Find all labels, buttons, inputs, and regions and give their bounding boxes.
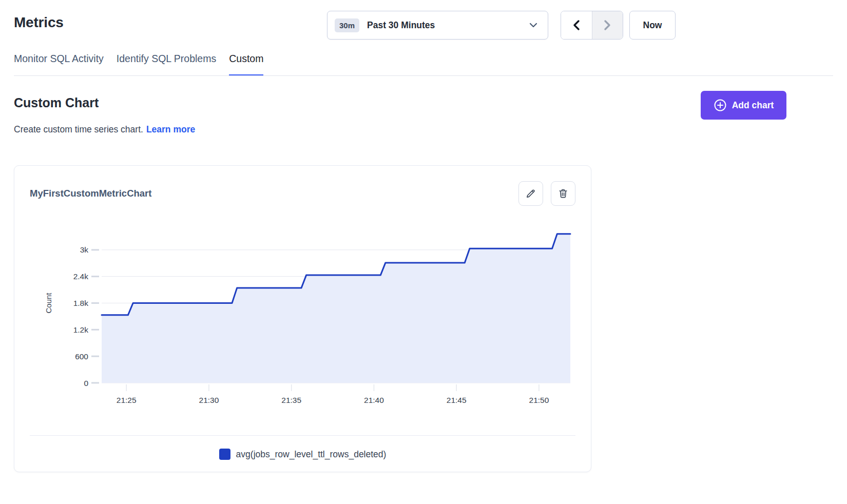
svg-text:21:45: 21:45 bbox=[447, 396, 467, 404]
time-nav-group bbox=[561, 11, 623, 40]
svg-text:600: 600 bbox=[75, 352, 88, 361]
section-description-text: Create custom time series chart. bbox=[14, 124, 143, 134]
chart-card-actions bbox=[518, 181, 575, 206]
section-heading: Custom Chart bbox=[14, 95, 99, 110]
section-description: Create custom time series chart.Learn mo… bbox=[14, 124, 195, 135]
chart-card-header: MyFirstCustomMetricChart bbox=[14, 166, 591, 206]
chevron-left-icon bbox=[572, 20, 581, 31]
svg-text:21:30: 21:30 bbox=[199, 396, 219, 404]
now-button[interactable]: Now bbox=[629, 11, 676, 40]
learn-more-link[interactable]: Learn more bbox=[146, 124, 195, 134]
custom-chart-plot: 06001.2k1.8k2.4k3k21:2521:3021:3521:4021… bbox=[30, 210, 576, 408]
next-range-button[interactable] bbox=[592, 11, 623, 39]
chevron-down-icon bbox=[529, 23, 537, 28]
chart-legend[interactable]: avg(jobs_row_level_ttl_rows_deleted) bbox=[14, 449, 591, 460]
time-range-badge: 30m bbox=[335, 18, 359, 32]
y-axis-title: Count bbox=[44, 293, 53, 314]
add-chart-button[interactable]: Add chart bbox=[701, 91, 786, 120]
page-title: Metrics bbox=[14, 14, 64, 31]
tabs-divider bbox=[14, 75, 833, 76]
legend-divider bbox=[30, 435, 575, 436]
svg-text:1.8k: 1.8k bbox=[73, 299, 89, 307]
edit-chart-button[interactable] bbox=[518, 181, 543, 206]
svg-text:21:50: 21:50 bbox=[529, 396, 549, 404]
tab-monitor-sql-activity[interactable]: Monitor SQL Activity bbox=[14, 53, 104, 76]
chart-title: MyFirstCustomMetricChart bbox=[30, 188, 151, 199]
time-range-dropdown[interactable]: 30m Past 30 Minutes bbox=[327, 11, 548, 40]
metrics-tabs: Monitor SQL Activity Identify SQL Proble… bbox=[14, 53, 263, 76]
legend-series-label: avg(jobs_row_level_ttl_rows_deleted) bbox=[236, 449, 387, 460]
add-chart-label: Add chart bbox=[732, 100, 774, 111]
svg-text:21:35: 21:35 bbox=[281, 396, 301, 404]
prev-range-button[interactable] bbox=[561, 11, 592, 39]
trash-icon bbox=[557, 188, 569, 199]
pencil-icon bbox=[525, 188, 536, 199]
tab-identify-sql-problems[interactable]: Identify SQL Problems bbox=[117, 53, 216, 76]
svg-text:1.2k: 1.2k bbox=[73, 325, 89, 334]
svg-text:0: 0 bbox=[84, 379, 88, 387]
custom-chart-card: MyFirstCustomMetricChart 06001.2k1.8k2.4… bbox=[14, 165, 591, 472]
delete-chart-button[interactable] bbox=[551, 181, 575, 206]
svg-text:3k: 3k bbox=[80, 245, 89, 254]
time-range-label: Past 30 Minutes bbox=[367, 20, 529, 31]
legend-swatch bbox=[219, 449, 230, 460]
svg-text:2.4k: 2.4k bbox=[73, 272, 89, 281]
chevron-right-icon bbox=[603, 20, 612, 31]
plus-circle-icon bbox=[714, 99, 727, 112]
svg-text:21:40: 21:40 bbox=[364, 396, 384, 404]
svg-text:21:25: 21:25 bbox=[117, 396, 137, 404]
tab-custom[interactable]: Custom bbox=[229, 53, 263, 76]
